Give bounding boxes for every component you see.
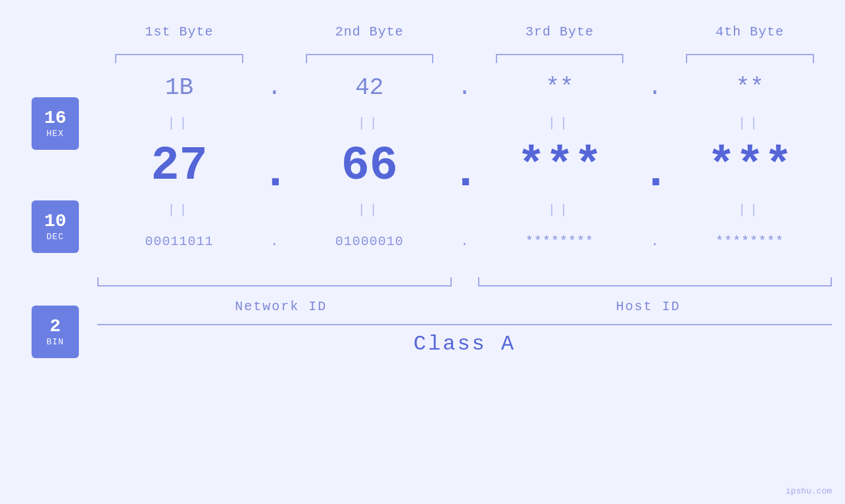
bottom-brackets [97,263,832,277]
dot-dec-3: . [642,133,668,200]
eq-2: || [287,116,451,131]
dot-dec-2: . [452,133,478,200]
eq2-1: || [97,202,261,218]
hex-badge: 16 HEX [32,97,79,150]
hex-badge-number: 16 [44,108,66,129]
dot-hex-1: . [261,74,287,101]
dot-hex-2: . [452,74,478,101]
dec-val-3: *** [478,139,642,193]
bin-row: 00011011 . 01000010 . ******** . *******… [97,220,832,263]
bottom-bracket-area [97,277,832,292]
hex-val-4: ** [668,74,832,101]
eq-row-1: || || || || [97,112,832,133]
byte-header-3: 3rd Byte [478,24,642,39]
bin-badge: 2 BIN [32,306,79,358]
eq-4: || [668,116,832,131]
byte-headers-row: 1st Byte 2nd Byte 3rd Byte 4th Byte [97,12,832,51]
dot-dec-1: . [261,133,287,200]
class-row: Class A [97,332,832,356]
dot-bin-2: . [452,234,478,249]
byte-header-2: 2nd Byte [287,24,451,39]
id-labels: Network ID Host ID [97,292,832,321]
eq-3: || [478,116,642,131]
watermark: ipshu.com [786,486,832,496]
bin-val-1: 00011011 [97,234,261,249]
dot-hex-3: . [642,74,668,101]
dec-badge: 10 DEC [32,200,79,253]
eq-row-2: || || || || [97,199,832,220]
hex-badge-label: HEX [47,129,64,139]
dec-val-4: *** [668,139,832,193]
dec-row: 27 . 66 . *** . *** [97,133,832,199]
hex-val-1: 1B [97,74,261,101]
host-id-label: Host ID [465,299,833,314]
main-container: 16 HEX 10 DEC 2 BIN 1st Byte 2nd Byte 3r… [0,0,845,504]
bracket-top-1 [115,54,243,63]
bin-val-4: ******** [668,234,832,249]
bracket-top-2 [306,54,433,63]
bin-val-3: ******** [478,234,642,249]
hex-val-2: 42 [287,74,451,101]
byte-header-4: 4th Byte [668,24,832,39]
hex-row: 1B . 42 . ** . ** [97,63,832,112]
eq-1: || [97,116,261,131]
eq2-3: || [478,202,642,218]
dec-badge-label: DEC [47,232,64,242]
eq2-4: || [668,202,832,218]
dec-val-2: 66 [287,139,451,193]
dec-val-1: 27 [97,139,261,193]
dot-bin-3: . [642,234,668,249]
dec-badge-number: 10 [44,212,66,232]
class-divider [97,324,832,325]
bracket-top-3 [496,54,623,63]
network-id-label: Network ID [97,299,465,314]
bracket-top-4 [686,54,813,63]
bracket-bottom-host [478,277,833,286]
content-area: 1st Byte 2nd Byte 3rd Byte 4th Byte [97,12,832,471]
bin-badge-label: BIN [47,337,64,347]
hex-val-3: ** [478,74,642,101]
bin-val-2: 01000010 [287,234,451,249]
byte-header-1: 1st Byte [97,24,261,39]
top-brackets [97,51,832,63]
dot-bin-1: . [261,234,287,249]
class-label: Class A [414,332,516,356]
eq2-2: || [287,202,451,218]
bin-badge-number: 2 [50,317,61,337]
bracket-bottom-network [97,277,452,286]
